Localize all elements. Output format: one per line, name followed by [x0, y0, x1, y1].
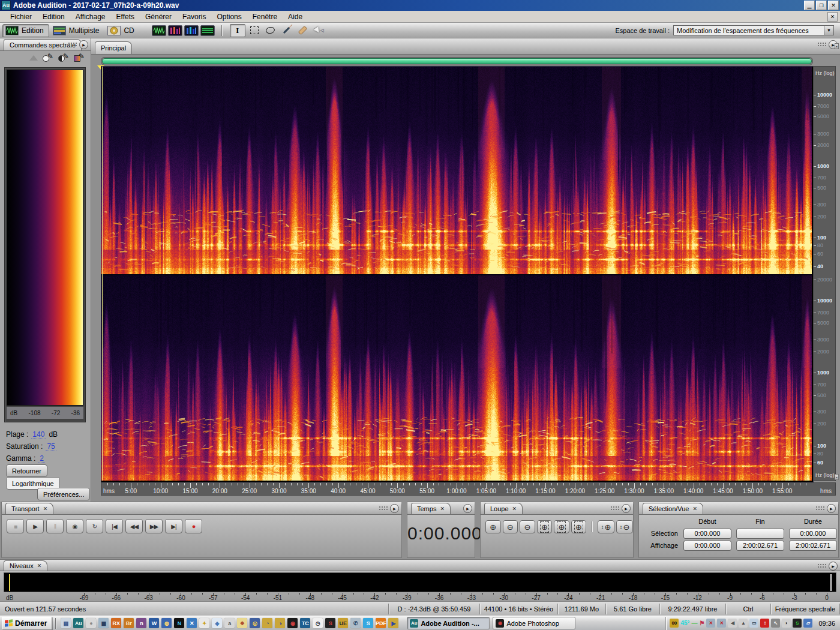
tray-volume-icon[interactable]: ◀	[728, 619, 737, 628]
value-field[interactable]: 0:00.000	[683, 541, 731, 551]
spectral-pan-view-button[interactable]	[184, 25, 199, 36]
record-button[interactable]: ●	[185, 519, 202, 533]
time-ruler[interactable]: 5:0010:0015:0020:0025:0030:0035:0040:004…	[101, 482, 836, 496]
quicklaunch-onenote-icon[interactable]: n	[136, 618, 146, 628]
go-to-end-button[interactable]: ▶|	[165, 519, 182, 533]
start-button[interactable]: Démarrer	[2, 617, 52, 630]
panel-menu-icon[interactable]	[390, 504, 399, 513]
close-panel-icon[interactable]	[43, 506, 48, 512]
edit-contrast-icon[interactable]: ✎	[58, 54, 69, 62]
menu-aide[interactable]: Aide	[283, 11, 308, 22]
play-looped-button[interactable]: ↻	[86, 519, 103, 533]
zoom-in-horizontal-button[interactable]: ⊕	[485, 520, 501, 533]
workspace-dropdown[interactable]: Modification de l'espacement des fréquen…	[673, 25, 834, 35]
spectral-gradient[interactable]	[7, 70, 83, 406]
quicklaunch-pdf-icon[interactable]: PDF	[376, 618, 386, 628]
scroll-down-icon[interactable]: ▾	[835, 474, 839, 480]
quicklaunch-n-icon[interactable]: N	[174, 618, 184, 628]
menu-fenêtre[interactable]: Fenêtre	[247, 11, 283, 22]
value-field[interactable]: 0:00.000	[683, 529, 731, 539]
minimize-icon[interactable]	[804, 1, 815, 10]
quicklaunch-star-icon[interactable]: ✦	[199, 618, 209, 628]
close-panel-icon[interactable]	[37, 563, 42, 569]
scrub-tool[interactable]: ◁	[312, 25, 326, 37]
quicklaunch-gold-sphere-icon[interactable]: ◔	[262, 618, 272, 628]
menu-affichage[interactable]: Affichage	[70, 11, 111, 22]
tab-principal[interactable]: Principal	[95, 41, 132, 54]
saturation-value[interactable]: 75	[46, 442, 56, 451]
tab-temps[interactable]: Temps	[411, 503, 451, 514]
quicklaunch-word-icon[interactable]: W	[149, 618, 159, 628]
plage-value[interactable]: 140	[31, 430, 46, 439]
tray-cursor-icon[interactable]: ↖	[771, 619, 780, 628]
menu-edition[interactable]: Edition	[37, 11, 70, 22]
zoom-to-selection-button[interactable]: ⊕	[537, 520, 553, 533]
quicklaunch-bridge-icon[interactable]: Br	[124, 618, 134, 628]
menu-options[interactable]: Options	[211, 11, 247, 22]
lasso-selection-tool[interactable]	[263, 25, 278, 37]
quicklaunch-phone-icon[interactable]: ✆	[350, 618, 361, 628]
quicklaunch-keyboard-icon[interactable]: ▤	[61, 618, 71, 628]
tray-pause-icon[interactable]: 00	[670, 619, 679, 628]
edition-mode-button[interactable]: Edition	[2, 24, 49, 37]
quicklaunch-clock-icon[interactable]: ◷	[313, 618, 323, 628]
panel-grip[interactable]	[817, 42, 827, 47]
tray-power-icon[interactable]: !	[760, 619, 769, 628]
tab-loupe[interactable]: Loupe	[484, 503, 523, 514]
quicklaunch-sphere-icon[interactable]: ●	[86, 618, 96, 628]
quicklaunch-s-wave-icon[interactable]: S	[363, 618, 373, 628]
tray-network-error-icon[interactable]: ✕	[706, 619, 715, 628]
chevron-down-icon[interactable]: ▼	[824, 26, 833, 35]
quicklaunch-sbp-icon[interactable]: S	[325, 618, 335, 628]
time-selection-tool[interactable]: I	[230, 24, 245, 37]
quicklaunch-calculator-icon[interactable]: ▦	[98, 618, 109, 628]
spectrogram-view[interactable]	[101, 66, 814, 482]
tab-niveaux[interactable]: Niveaux	[4, 560, 47, 571]
level-meter[interactable]	[4, 572, 836, 592]
close-panel-icon[interactable]	[512, 506, 517, 512]
quicklaunch-photoshop-eye-icon[interactable]: ◉	[287, 618, 298, 628]
time-display[interactable]: 0:00.000	[407, 523, 475, 544]
menu-favoris[interactable]: Favoris	[177, 11, 211, 22]
menu-effets[interactable]: Effets	[111, 11, 140, 22]
multipiste-mode-button[interactable]: Multipiste	[50, 24, 104, 37]
effects-paintbrush-tool[interactable]	[280, 25, 294, 37]
tray-eject-icon[interactable]: ▲	[739, 619, 748, 628]
quicklaunch-planet-icon[interactable]: ◍	[161, 618, 172, 628]
spectral-phase-view-button[interactable]	[200, 25, 215, 36]
quicklaunch-mediaplayer-icon[interactable]: ▶	[388, 618, 398, 628]
zoom-out-vertical-button[interactable]: ↕⊖	[616, 520, 633, 533]
quicklaunch-audition-icon[interactable]: Au	[73, 618, 83, 628]
close-icon[interactable]	[828, 1, 839, 10]
play-from-cursor-button[interactable]: ◉	[66, 519, 83, 533]
zoom-in-left-selection-button[interactable]: ⊕	[554, 520, 569, 533]
marquee-selection-tool[interactable]	[247, 25, 262, 37]
play-button[interactable]: ▶	[26, 519, 44, 533]
retourner-button[interactable]: Retourner	[6, 464, 47, 477]
close-panel-icon[interactable]	[692, 506, 697, 512]
panel-menu-icon[interactable]	[829, 562, 838, 571]
zoom-out-horizontal-button[interactable]: ⊖	[503, 520, 518, 533]
value-field[interactable]: 2:00:02.671	[789, 541, 837, 551]
menu-générer[interactable]: Générer	[140, 11, 177, 22]
edit-gradient-icon[interactable]: ✎	[74, 54, 85, 62]
frequency-ruler[interactable]: 1000070005000300020001000700500300200100…	[813, 66, 836, 481]
stop-button[interactable]: ■	[7, 519, 24, 533]
quicklaunch-ue-icon[interactable]: UE	[338, 618, 348, 628]
quicklaunch-rx-icon[interactable]: RX	[111, 618, 121, 628]
fast-forward-button[interactable]: ▶▶	[145, 519, 163, 533]
panel-grip[interactable]	[68, 42, 77, 47]
task-audition[interactable]: AuAdobe Audition -...	[407, 617, 490, 629]
quicklaunch-tc-icon[interactable]: TC	[300, 618, 310, 628]
scroll-up-icon[interactable]: ▾	[835, 43, 839, 49]
rewind-button[interactable]: ◀◀	[125, 519, 143, 533]
edit-palette-icon[interactable]: ✎	[43, 54, 53, 62]
tab-selection-vue[interactable]: Sélection/Vue	[643, 503, 703, 514]
cd-mode-button[interactable]: CD	[105, 24, 139, 37]
horizontal-scrollbar[interactable]	[101, 57, 813, 65]
maximize-icon[interactable]	[816, 1, 827, 10]
close-panel-icon[interactable]	[440, 506, 445, 512]
quicklaunch-diamond-icon[interactable]: ◆	[212, 618, 222, 628]
value-field[interactable]: 0:00.000	[789, 529, 837, 539]
value-field[interactable]: 2:00:02.671	[736, 541, 784, 551]
